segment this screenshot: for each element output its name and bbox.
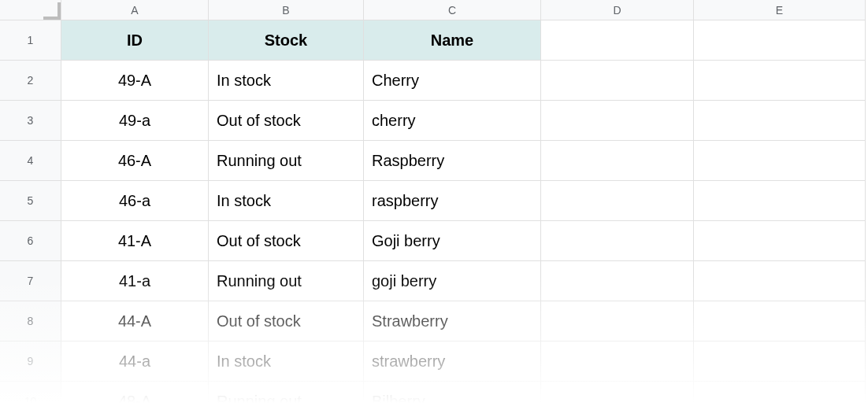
col-head-D[interactable]: D xyxy=(541,0,694,20)
cell-D2[interactable] xyxy=(541,61,694,101)
cell-B9[interactable]: In stock xyxy=(209,341,364,382)
cell-C2[interactable]: Cherry xyxy=(364,61,541,101)
cell-C5[interactable]: raspberry xyxy=(364,181,541,221)
cell-A6[interactable]: 41-A xyxy=(61,221,209,261)
cell-B6[interactable]: Out of stock xyxy=(209,221,364,261)
cell-A1[interactable]: ID xyxy=(61,20,209,61)
row-head-6[interactable]: 6 xyxy=(0,221,61,261)
row-head-3[interactable]: 3 xyxy=(0,101,61,141)
row-head-5[interactable]: 5 xyxy=(0,181,61,221)
cell-A7[interactable]: 41-a xyxy=(61,261,209,301)
cell-A2[interactable]: 49-A xyxy=(61,61,209,101)
row-head-10[interactable]: 10 xyxy=(0,382,61,417)
cell-E5[interactable] xyxy=(694,181,866,221)
cell-B4[interactable]: Running out xyxy=(209,141,364,181)
cell-B5[interactable]: In stock xyxy=(209,181,364,221)
cell-C4[interactable]: Raspberry xyxy=(364,141,541,181)
cell-C3[interactable]: cherry xyxy=(364,101,541,141)
cell-C1[interactable]: Name xyxy=(364,20,541,61)
cell-D7[interactable] xyxy=(541,261,694,301)
cell-B7[interactable]: Running out xyxy=(209,261,364,301)
row-head-2[interactable]: 2 xyxy=(0,61,61,101)
cell-B3[interactable]: Out of stock xyxy=(209,101,364,141)
col-head-C[interactable]: C xyxy=(364,0,541,20)
cell-A4[interactable]: 46-A xyxy=(61,141,209,181)
col-head-A[interactable]: A xyxy=(61,0,209,20)
cell-D9[interactable] xyxy=(541,341,694,382)
row-head-8[interactable]: 8 xyxy=(0,301,61,341)
cell-A10[interactable]: 48-A xyxy=(61,382,209,417)
cell-D10[interactable] xyxy=(541,382,694,417)
cell-E7[interactable] xyxy=(694,261,866,301)
cell-B10[interactable]: Running out xyxy=(209,382,364,417)
cell-C8[interactable]: Strawberry xyxy=(364,301,541,341)
cell-D4[interactable] xyxy=(541,141,694,181)
cell-B1[interactable]: Stock xyxy=(209,20,364,61)
cell-A8[interactable]: 44-A xyxy=(61,301,209,341)
cell-D5[interactable] xyxy=(541,181,694,221)
cell-C6[interactable]: Goji berry xyxy=(364,221,541,261)
row-head-7[interactable]: 7 xyxy=(0,261,61,301)
cell-E4[interactable] xyxy=(694,141,866,181)
cell-E6[interactable] xyxy=(694,221,866,261)
cell-C9[interactable]: strawberry xyxy=(364,341,541,382)
cell-E9[interactable] xyxy=(694,341,866,382)
cell-E8[interactable] xyxy=(694,301,866,341)
row-head-1[interactable]: 1 xyxy=(0,20,61,61)
cell-A5[interactable]: 46-a xyxy=(61,181,209,221)
cell-C7[interactable]: goji berry xyxy=(364,261,541,301)
cell-D8[interactable] xyxy=(541,301,694,341)
cell-A9[interactable]: 44-a xyxy=(61,341,209,382)
cell-E10[interactable] xyxy=(694,382,866,417)
cell-A3[interactable]: 49-a xyxy=(61,101,209,141)
col-head-B[interactable]: B xyxy=(209,0,364,20)
cell-E1[interactable] xyxy=(694,20,866,61)
cell-D1[interactable] xyxy=(541,20,694,61)
cell-E2[interactable] xyxy=(694,61,866,101)
row-head-9[interactable]: 9 xyxy=(0,341,61,382)
cell-C10[interactable]: Bilberry xyxy=(364,382,541,417)
row-head-4[interactable]: 4 xyxy=(0,141,61,181)
cell-B2[interactable]: In stock xyxy=(209,61,364,101)
spreadsheet-grid[interactable]: A B C D E 1 ID Stock Name 2 49-A In stoc… xyxy=(0,0,868,417)
cell-D6[interactable] xyxy=(541,221,694,261)
select-all-corner[interactable] xyxy=(0,0,61,20)
cell-D3[interactable] xyxy=(541,101,694,141)
cell-B8[interactable]: Out of stock xyxy=(209,301,364,341)
cell-E3[interactable] xyxy=(694,101,866,141)
col-head-E[interactable]: E xyxy=(694,0,866,20)
